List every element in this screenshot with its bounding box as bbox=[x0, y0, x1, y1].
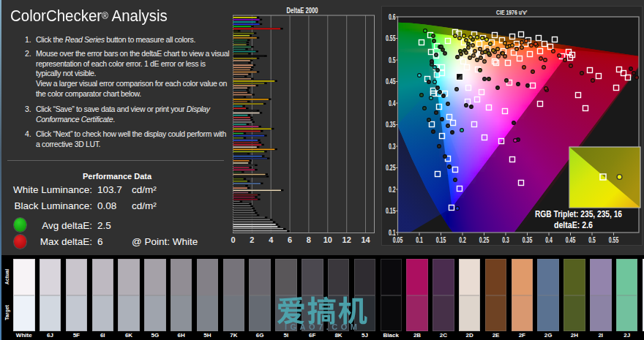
svg-text:0.35: 0.35 bbox=[386, 121, 396, 129]
svg-text:0.25: 0.25 bbox=[386, 164, 396, 172]
svg-text:0.3: 0.3 bbox=[502, 236, 509, 244]
svg-text:0.5: 0.5 bbox=[389, 56, 396, 64]
svg-text:0.4: 0.4 bbox=[389, 99, 396, 107]
svg-text:0.3: 0.3 bbox=[389, 143, 396, 151]
svg-text:0.1: 0.1 bbox=[416, 236, 423, 244]
svg-text:0.55: 0.55 bbox=[609, 236, 619, 244]
svg-text:0.15: 0.15 bbox=[386, 207, 396, 215]
svg-text:RGB Triplet: 235, 235, 16: RGB Triplet: 235, 235, 16 bbox=[535, 209, 622, 219]
svg-text:deltaE: 2.6: deltaE: 2.6 bbox=[554, 220, 593, 230]
svg-text:0.35: 0.35 bbox=[523, 236, 533, 244]
svg-text:0.55: 0.55 bbox=[386, 34, 396, 42]
svg-text:0.15: 0.15 bbox=[436, 236, 446, 244]
svg-text:CIE 1976 u’v’: CIE 1976 u’v’ bbox=[496, 8, 528, 16]
svg-text:0.2: 0.2 bbox=[389, 186, 396, 194]
svg-text:0.25: 0.25 bbox=[479, 236, 490, 244]
svg-text:0.05: 0.05 bbox=[393, 236, 403, 244]
svg-text:0.45: 0.45 bbox=[566, 236, 576, 244]
svg-text:0.5: 0.5 bbox=[588, 236, 596, 244]
svg-text:0.4: 0.4 bbox=[545, 236, 553, 244]
svg-text:0.2: 0.2 bbox=[459, 236, 466, 244]
svg-text:0.45: 0.45 bbox=[386, 78, 396, 86]
svg-text:0.6: 0.6 bbox=[389, 13, 396, 21]
